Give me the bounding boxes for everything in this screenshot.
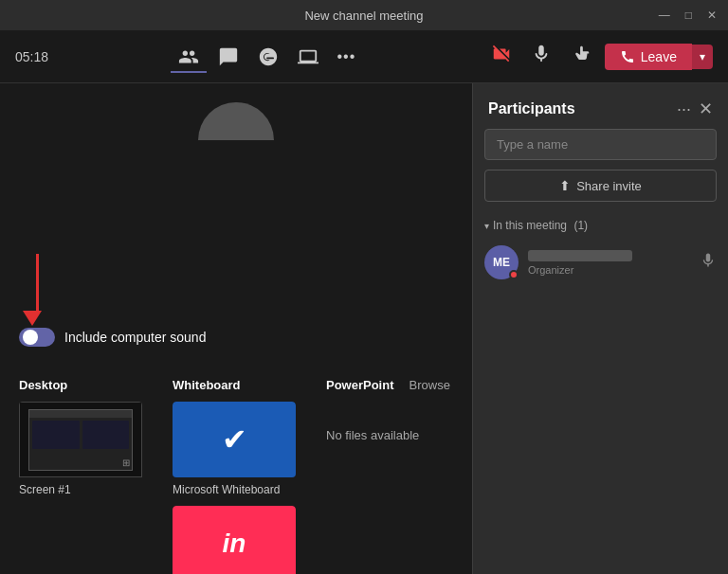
invision-preview: in bbox=[173, 506, 296, 574]
screen-share-button[interactable] bbox=[290, 39, 326, 75]
title-bar: New channel meeting — □ ✕ bbox=[0, 0, 728, 30]
arrow-shaft bbox=[36, 254, 39, 311]
toggle-knob bbox=[23, 330, 38, 345]
participant-mic-icon bbox=[700, 252, 717, 273]
invision-thumbnail[interactable]: in Freehand by InVision bbox=[173, 506, 296, 574]
chat-tab-button[interactable] bbox=[210, 39, 246, 75]
panel-header: Participants ··· ✕ bbox=[473, 83, 728, 129]
in-meeting-header: ▾ In this meeting (1) bbox=[473, 213, 728, 238]
avatar: ME bbox=[484, 245, 519, 279]
participant-search-input[interactable] bbox=[484, 129, 717, 160]
screen-col-2 bbox=[82, 421, 130, 449]
screen-icon: ⊞ bbox=[122, 457, 130, 468]
share-sections: Desktop ⊞ Screen bbox=[19, 378, 453, 574]
presence-dot bbox=[509, 270, 519, 279]
screen-share-icon bbox=[298, 46, 318, 67]
mic-icon bbox=[531, 44, 552, 64]
powerpoint-title: PowerPoint bbox=[326, 378, 394, 392]
screen1-label: Screen #1 bbox=[19, 483, 142, 496]
arrow-head bbox=[23, 311, 42, 326]
whiteboard-section: Whiteboard ✔ Microsoft Whiteboard in Fre… bbox=[173, 378, 296, 574]
more-icon: ••• bbox=[337, 48, 356, 65]
share-icon: ⬆ bbox=[559, 178, 571, 193]
leave-label: Leave bbox=[641, 49, 677, 64]
camera-off-icon bbox=[491, 44, 512, 64]
people-tab-button[interactable] bbox=[171, 39, 207, 75]
whiteboard-thumbnail[interactable]: ✔ Microsoft Whiteboard bbox=[173, 402, 296, 496]
browse-button[interactable]: Browse bbox=[410, 378, 450, 392]
raise-hand-button[interactable] bbox=[565, 38, 597, 75]
mic-toggle-button[interactable] bbox=[525, 38, 557, 75]
meeting-toolbar: 05:18 ••• bbox=[0, 30, 728, 83]
computer-sound-toggle[interactable] bbox=[19, 328, 55, 347]
emoji-tab-button[interactable] bbox=[250, 39, 286, 75]
left-content: Include computer sound Desktop bbox=[0, 83, 472, 574]
no-files-text: No files available bbox=[326, 428, 450, 442]
camera-toggle-button[interactable] bbox=[485, 38, 518, 75]
participant-item: ME Organizer bbox=[473, 238, 728, 287]
screen-content bbox=[29, 418, 132, 452]
phone-hangup-icon bbox=[620, 49, 635, 64]
chat-icon bbox=[218, 46, 239, 67]
in-meeting-count: (1) bbox=[571, 219, 588, 232]
screen-inner: ⊞ bbox=[28, 409, 133, 471]
toolbar-right-controls: Leave ▾ bbox=[485, 38, 713, 75]
in-meeting-label: In this meeting bbox=[493, 219, 567, 232]
share-content-area: Desktop ⊞ Screen bbox=[0, 363, 472, 574]
participant-avatar-preview bbox=[198, 102, 274, 140]
leave-button[interactable]: Leave bbox=[605, 44, 692, 70]
chevron-down-icon: ▾ bbox=[484, 221, 489, 231]
panel-more-button[interactable]: ··· bbox=[677, 99, 691, 119]
whiteboard-section-title: Whiteboard bbox=[173, 378, 296, 392]
computer-sound-toggle-row: Include computer sound bbox=[19, 328, 206, 347]
whiteboard-label: Microsoft Whiteboard bbox=[173, 483, 296, 496]
participant-name-blurred bbox=[528, 250, 632, 261]
people-icon bbox=[178, 46, 199, 67]
screen-preview: ⊞ bbox=[19, 402, 142, 477]
close-button[interactable]: ✕ bbox=[707, 9, 717, 22]
computer-sound-label: Include computer sound bbox=[64, 330, 206, 345]
share-invite-button[interactable]: ⬆ Share invite bbox=[484, 170, 717, 202]
leave-button-group: Leave ▾ bbox=[605, 44, 713, 70]
meeting-timer: 05:18 bbox=[15, 49, 48, 64]
share-invite-label: Share invite bbox=[576, 179, 642, 193]
panel-header-icons: ··· ✕ bbox=[677, 99, 713, 119]
whiteboard-check-icon: ✔ bbox=[222, 422, 247, 457]
participant-info: Organizer bbox=[528, 250, 690, 276]
minimize-button[interactable]: — bbox=[659, 9, 670, 22]
desktop-section-title: Desktop bbox=[19, 378, 142, 392]
participants-panel: Participants ··· ✕ ⬆ Share invite ▾ In t… bbox=[472, 83, 728, 574]
main-area: Include computer sound Desktop bbox=[0, 83, 728, 574]
raise-hand-icon bbox=[571, 44, 592, 64]
window-title: New channel meeting bbox=[304, 9, 423, 23]
window-controls: — □ ✕ bbox=[659, 9, 717, 22]
powerpoint-header: PowerPoint Browse bbox=[326, 378, 450, 402]
participant-role: Organizer bbox=[528, 264, 690, 276]
arrow-indicator bbox=[23, 254, 42, 326]
toolbar-center-icons: ••• bbox=[171, 39, 364, 75]
search-container bbox=[473, 129, 728, 170]
screen-col-1 bbox=[32, 421, 80, 449]
participants-list: ▾ In this meeting (1) ME Organizer bbox=[473, 213, 728, 574]
more-options-button[interactable]: ••• bbox=[330, 41, 364, 73]
panel-close-button[interactable]: ✕ bbox=[699, 99, 713, 119]
panel-title: Participants bbox=[488, 100, 575, 117]
maximize-button[interactable]: □ bbox=[685, 9, 692, 22]
emoji-icon bbox=[258, 46, 279, 67]
whiteboard-preview: ✔ bbox=[173, 402, 296, 477]
invision-logo-text: in bbox=[223, 529, 246, 559]
screen1-thumbnail[interactable]: ⊞ Screen #1 bbox=[19, 402, 142, 496]
screen-taskbar bbox=[29, 410, 132, 418]
avatar-initials: ME bbox=[493, 256, 510, 269]
leave-chevron-button[interactable]: ▾ bbox=[692, 45, 713, 69]
desktop-section: Desktop ⊞ Screen bbox=[19, 378, 142, 574]
powerpoint-section: PowerPoint Browse No files available bbox=[326, 378, 450, 574]
